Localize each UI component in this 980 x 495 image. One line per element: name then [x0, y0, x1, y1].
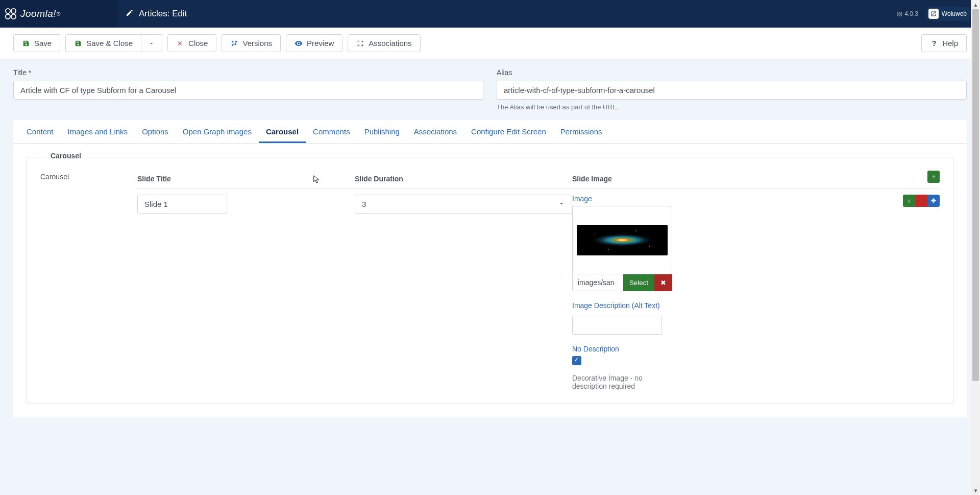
- subform-row: Image images/san Select ✖: [137, 188, 940, 390]
- title-label: Title: [13, 68, 483, 77]
- svg-point-3: [11, 14, 16, 19]
- tab-carousel[interactable]: Carousel: [259, 120, 306, 143]
- svg-point-1: [11, 9, 16, 13]
- question-icon: ?: [930, 39, 938, 48]
- add-row-button[interactable]: ＋: [927, 171, 940, 183]
- plus-icon: ＋: [906, 197, 912, 205]
- carousel-panel: Carousel Carousel Slide Title Slide Dura…: [13, 144, 967, 417]
- user-menu[interactable]: Woluweb: [925, 7, 972, 21]
- close-button[interactable]: Close: [167, 34, 216, 52]
- move-icon: ✥: [931, 197, 936, 204]
- no-description-label: No Description: [572, 345, 900, 353]
- save-close-group: Save & Close: [65, 34, 162, 52]
- row-move-button[interactable]: ✥: [927, 195, 940, 207]
- eye-icon: [295, 39, 303, 48]
- page-title-area: Articles: Edit: [118, 0, 897, 28]
- alt-text-input[interactable]: [572, 316, 662, 335]
- tab-associations[interactable]: Associations: [407, 120, 464, 143]
- plus-icon: ＋: [930, 172, 937, 181]
- galaxy-thumbnail: [577, 225, 668, 255]
- tab-open-graph[interactable]: Open Graph images: [176, 120, 259, 143]
- joomla-logo[interactable]: Joomla! ®: [0, 0, 118, 28]
- tab-images-links[interactable]: Images and Links: [61, 120, 135, 143]
- tab-configure-edit[interactable]: Configure Edit Screen: [464, 120, 553, 143]
- alt-text-label: Image Description (Alt Text): [572, 301, 900, 310]
- tab-options[interactable]: Options: [135, 120, 176, 143]
- scroll-thumb[interactable]: [972, 9, 979, 381]
- chevron-down-icon: [148, 39, 156, 48]
- save-icon: [22, 39, 30, 48]
- row-add-button[interactable]: ＋: [903, 195, 915, 207]
- svg-point-7: [900, 14, 902, 16]
- top-bar: Joomla! ® Articles: Edit 4.0.3 Woluweb: [0, 0, 980, 28]
- vertical-scrollbar[interactable]: ▲ ▼: [971, 0, 980, 417]
- save-button[interactable]: Save: [13, 34, 60, 52]
- alias-label: Alias: [497, 68, 967, 77]
- carousel-fieldset: Carousel Carousel Slide Title Slide Dura…: [27, 157, 953, 404]
- col-slide-duration: Slide Duration: [355, 175, 572, 183]
- save-close-button[interactable]: Save & Close: [65, 34, 141, 52]
- image-preview: [572, 206, 672, 274]
- minus-icon: －: [918, 197, 924, 205]
- svg-point-2: [6, 14, 10, 19]
- image-label: Image: [572, 195, 900, 203]
- versions-button[interactable]: Versions: [222, 34, 281, 52]
- version-badge[interactable]: 4.0.3: [897, 10, 918, 17]
- scroll-track[interactable]: [971, 9, 980, 417]
- action-toolbar: Save Save & Close Close Versions Preview…: [0, 28, 980, 59]
- associations-button[interactable]: Associations: [348, 34, 420, 52]
- svg-point-4: [898, 12, 900, 14]
- carousel-field-label: Carousel: [40, 171, 117, 390]
- col-slide-image: Slide Image: [572, 175, 924, 183]
- col-slide-title: Slide Title: [137, 175, 355, 183]
- slide-duration-select[interactable]: [355, 195, 572, 214]
- edit-tabs: Content Images and Links Options Open Gr…: [13, 120, 967, 144]
- row-remove-button[interactable]: －: [915, 195, 927, 207]
- preview-button[interactable]: Preview: [286, 34, 342, 52]
- close-icon: [176, 39, 184, 48]
- close-icon: ✖: [660, 279, 666, 287]
- help-button[interactable]: ? Help: [921, 34, 967, 52]
- image-select-button[interactable]: Select: [623, 274, 654, 291]
- title-input[interactable]: [13, 81, 483, 100]
- tab-content[interactable]: Content: [19, 120, 61, 143]
- alias-hint: The Alias will be used as part of the UR…: [497, 103, 967, 111]
- tab-comments[interactable]: Comments: [306, 120, 357, 143]
- save-close-dropdown[interactable]: [141, 34, 162, 52]
- fieldset-legend: Carousel: [47, 152, 84, 160]
- title-alias-section: Title Alias The Alias will be used as pa…: [0, 59, 980, 120]
- image-path-input[interactable]: images/san: [572, 274, 623, 291]
- scroll-up-button[interactable]: ▲: [971, 0, 980, 9]
- joomla-small-icon: [897, 11, 902, 17]
- tab-publishing[interactable]: Publishing: [357, 120, 407, 143]
- no-description-help: Decorative Image - no description requir…: [572, 374, 662, 390]
- svg-point-5: [900, 12, 902, 14]
- slide-title-input[interactable]: [137, 195, 227, 214]
- alias-input[interactable]: [497, 81, 967, 100]
- tab-permissions[interactable]: Permissions: [553, 120, 609, 143]
- svg-point-0: [6, 9, 10, 13]
- row-actions: ＋ － ✥: [903, 195, 940, 207]
- no-description-checkbox[interactable]: [572, 356, 581, 365]
- save-icon: [74, 39, 82, 48]
- image-clear-button[interactable]: ✖: [654, 274, 672, 291]
- edit-icon: [126, 9, 134, 19]
- external-link-icon: [928, 9, 939, 19]
- joomla-icon: [5, 8, 16, 19]
- svg-point-6: [898, 14, 900, 16]
- branch-icon: [230, 39, 238, 48]
- page-title: Articles: Edit: [139, 9, 187, 19]
- subform-header: Slide Title Slide Duration Slide Image ＋: [137, 171, 940, 188]
- logo-text: Joomla!: [20, 8, 56, 19]
- contract-icon: [356, 39, 364, 48]
